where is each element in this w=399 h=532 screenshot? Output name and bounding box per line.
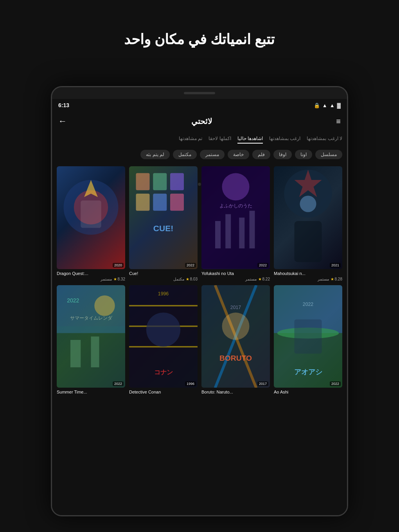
title-ao-ashi: Ao Ashi: [274, 390, 342, 394]
svg-rect-14: [225, 214, 231, 249]
app-header: ← لائحتي ≡: [52, 111, 347, 131]
svg-text:2022: 2022: [67, 297, 79, 303]
wifi-icon: ▲: [322, 102, 327, 108]
svg-rect-20: [295, 221, 322, 262]
svg-rect-6: [170, 173, 184, 191]
signal-icon: ▲: [330, 102, 335, 108]
svg-rect-15: [239, 217, 244, 248]
poster-art-maho: [274, 166, 342, 269]
poster-ao-ashi: アオアシ 2022 2022: [274, 285, 342, 388]
anime-card-boruto[interactable]: BORUTO 2017 2017 Boruto: Naruto...: [201, 285, 270, 396]
poster-art-boruto: BORUTO 2017: [201, 285, 270, 388]
svg-text:コナン: コナン: [154, 368, 173, 375]
poster-art-aoashi: アオアシ 2022: [274, 285, 342, 388]
title-boruto: Boruto: Naruto...: [201, 390, 270, 394]
tabs-row: لا ارغب بمشاهدتها ارغب بمشاهدتها اشاهدها…: [52, 131, 347, 147]
chip-series[interactable]: مسلسل: [315, 150, 342, 159]
svg-rect-4: [136, 173, 150, 191]
year-dragon-quest: 2020: [113, 263, 124, 268]
svg-rect-7: [136, 194, 150, 211]
status-time: 6:13: [58, 102, 69, 108]
meta-yofukashi: ★ 8.22 مستمر: [201, 277, 270, 281]
anime-card-dragon-quest[interactable]: 2020 Dragon Quest:... ★ 8.32 مستمر: [57, 166, 125, 281]
filter-chips: مسلسل اونا اوفا فلم خاصة مستمر مكتمل لم …: [52, 147, 347, 162]
chip-special[interactable]: خاصة: [228, 150, 249, 159]
year-cue: 2022: [185, 263, 196, 268]
anime-grid: 2020 Dragon Quest:... ★ 8.32 مستمر: [52, 162, 347, 399]
status-bar: 6:13 🔒 ▲ ▲ ▓: [52, 99, 347, 111]
svg-rect-13: [215, 221, 221, 248]
star-icon: ★: [258, 277, 262, 281]
svg-text:サマータイムレンダ: サマータイムレンダ: [70, 315, 113, 320]
status-icons: 🔒 ▲ ▲ ▓: [314, 102, 341, 108]
anime-card-detective-conan[interactable]: コナン 1996 1996 Detective Conan: [129, 285, 198, 396]
svg-rect-25: [70, 340, 81, 367]
anime-card-summer-time[interactable]: サマータイムレンダ 2022 2022 Summer Time...: [57, 285, 125, 396]
svg-rect-23: [57, 285, 125, 333]
svg-text:1996: 1996: [158, 291, 169, 297]
poster-detective-conan: コナン 1996 1996: [129, 285, 198, 388]
battery-icon: ▓: [337, 102, 341, 108]
svg-text:BORUTO: BORUTO: [219, 354, 252, 362]
svg-rect-2: [81, 201, 101, 228]
anime-card-mahoutsukai[interactable]: 2021 Mahoutsukai n... ★ 8.28 مستمر: [274, 166, 342, 281]
svg-point-24: [94, 295, 115, 316]
svg-rect-26: [91, 336, 99, 367]
poster-art-dragon: [57, 166, 125, 269]
svg-text:よふかしのうた: よふかしのうた: [219, 203, 252, 208]
anime-card-cue[interactable]: CUE! 2022 Cue! ★ 8.03 مكتمل: [129, 166, 198, 281]
year-ao-ashi: 2022: [330, 381, 341, 386]
rating-mahoutsukai: ★ 8.28: [331, 277, 342, 281]
tablet-screen: 6:13 🔒 ▲ ▲ ▓ ← لائحتي ≡ لا ارغب بمشاهدته…: [52, 99, 347, 515]
chip-movie[interactable]: فلم: [252, 150, 270, 159]
tab-no-interest[interactable]: لا ارغب بمشاهدتها: [307, 134, 342, 144]
tablet-speaker: [184, 92, 215, 94]
svg-point-12: [222, 173, 250, 201]
poster-boruto: BORUTO 2017 2017: [201, 285, 270, 388]
poster-summer-time: サマータイムレンダ 2022 2022: [57, 285, 125, 388]
tab-want-watch[interactable]: ارغب بمشاهدتها: [269, 134, 300, 144]
status-dragon-quest: مستمر: [101, 277, 112, 281]
anime-card-ao-ashi[interactable]: アオアシ 2022 2022 Ao Ashi: [274, 285, 342, 396]
svg-rect-8: [153, 194, 167, 211]
year-boruto: 2017: [257, 381, 268, 386]
star-icon: ★: [113, 277, 117, 281]
svg-rect-5: [153, 173, 167, 191]
svg-rect-9: [170, 194, 184, 211]
svg-text:CUE!: CUE!: [153, 224, 173, 233]
title-detective-conan: Detective Conan: [129, 390, 198, 394]
status-mahoutsukai: مستمر: [318, 277, 329, 281]
chip-complete[interactable]: مكتمل: [173, 150, 197, 159]
rating-yofukashi: ★ 8.22: [258, 277, 270, 281]
chip-ongoing[interactable]: مستمر: [200, 150, 225, 159]
poster-cue: CUE! 2022: [129, 166, 198, 269]
year-mahoutsukai: 2021: [330, 263, 341, 268]
poster-mahoutsukai: 2021: [274, 166, 342, 269]
tab-watched[interactable]: تم مشاهدتها: [179, 134, 202, 144]
year-summer-time: 2022: [113, 381, 124, 386]
tab-complete-later[interactable]: اكملها لاحقا: [208, 134, 231, 144]
anime-card-yofukashi[interactable]: よふかしのうた 2022 Yofukashi no Uta ★ 8.22 مست…: [201, 166, 270, 281]
svg-text:2022: 2022: [303, 301, 313, 307]
filter-button[interactable]: ≡: [336, 117, 341, 126]
rating-dragon-quest: ★ 8.32: [113, 277, 125, 281]
tab-watching-now[interactable]: اشاهدها حاليا: [237, 134, 263, 144]
tablet-top-bar: [52, 87, 347, 99]
title-cue: Cue!: [129, 271, 198, 276]
page-title: لائحتي: [191, 117, 212, 126]
star-icon: ★: [186, 277, 189, 281]
meta-cue: ★ 8.03 مكتمل: [129, 277, 198, 281]
back-button[interactable]: ←: [58, 116, 67, 126]
chip-ona[interactable]: اونا: [295, 150, 312, 159]
poster-art-conan: コナン 1996: [129, 285, 198, 388]
svg-rect-16: [250, 211, 255, 248]
chip-not-started[interactable]: لم يتم بثه: [140, 150, 170, 159]
title-yofukashi: Yofukashi no Uta: [201, 271, 270, 276]
status-yofukashi: مستمر: [245, 277, 257, 281]
poster-art-cue: CUE!: [129, 166, 198, 269]
chip-ova[interactable]: اوفا: [273, 150, 292, 159]
tablet-device: 6:13 🔒 ▲ ▲ ▓ ← لائحتي ≡ لا ارغب بمشاهدته…: [51, 86, 348, 516]
star-icon: ★: [331, 277, 334, 281]
svg-text:2017: 2017: [230, 305, 241, 310]
poster-art-summer: サマータイムレンダ 2022: [57, 285, 125, 388]
